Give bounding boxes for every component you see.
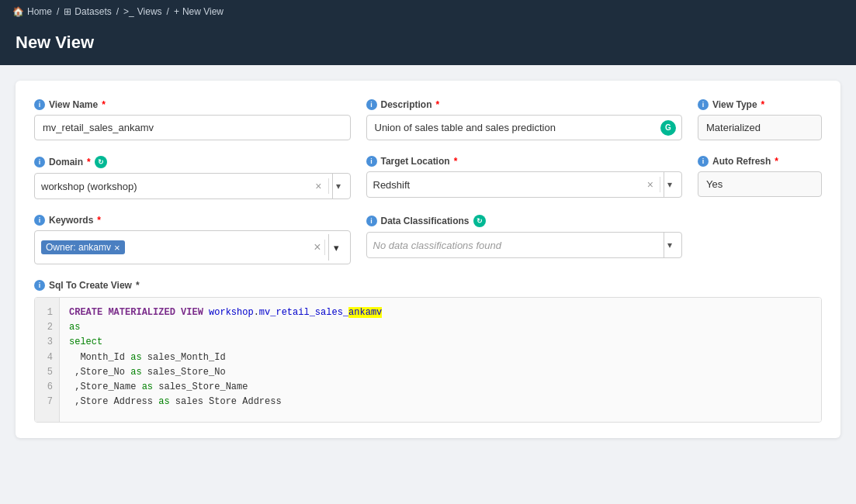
sql-info-icon: i — [34, 280, 45, 291]
page-title: New View — [16, 33, 94, 52]
view-name-label: i View Name * — [34, 99, 351, 110]
breadcrumb: 🏠 Home / ⊞ Datasets / >_ Views / + New V… — [0, 0, 856, 23]
description-wrapper: G — [366, 115, 683, 140]
domain-label: i Domain * ↻ — [34, 156, 351, 168]
description-input[interactable] — [366, 115, 683, 140]
domain-select[interactable]: workshop (workshop) × ▾ — [34, 173, 351, 199]
breadcrumb-views[interactable]: Views — [137, 6, 162, 17]
auto-refresh-label: i Auto Refresh * — [698, 156, 822, 167]
data-class-arrow-icon[interactable]: ▾ — [664, 233, 675, 257]
sql-label: i Sql To Create View * — [34, 280, 822, 291]
form-row-2: i Domain * ↻ workshop (workshop) × ▾ i T… — [34, 156, 822, 199]
keyword-tag-label: Owner: ankamv — [46, 242, 111, 253]
data-classifications-select[interactable]: No data classifications found ▾ — [366, 232, 683, 258]
domain-group: i Domain * ↻ workshop (workshop) × ▾ — [34, 156, 351, 199]
main-content: i View Name * i Description * G — [0, 65, 856, 454]
breadcrumb-home[interactable]: Home — [27, 6, 52, 17]
datasets-icon: ⊞ — [64, 6, 71, 17]
sql-section: i Sql To Create View * 1234567 CREATE MA… — [34, 280, 822, 423]
keywords-label: i Keywords * — [34, 215, 351, 226]
target-location-select[interactable]: Redshift × ▾ — [366, 171, 683, 198]
domain-arrow-icon[interactable]: ▾ — [332, 174, 344, 198]
view-name-input[interactable] — [34, 115, 351, 140]
views-icon: >_ — [123, 6, 134, 17]
keyword-tag-remove[interactable]: × — [114, 243, 120, 253]
domain-clear-button[interactable]: × — [312, 180, 324, 192]
view-type-info-icon: i — [698, 99, 709, 110]
description-group: i Description * G — [366, 99, 683, 140]
data-classifications-placeholder: No data classifications found — [373, 240, 664, 251]
data-classifications-label: i Data Classifications ↻ — [366, 215, 683, 227]
view-name-group: i View Name * — [34, 99, 351, 140]
view-type-group: i View Type * Materialized — [698, 99, 822, 140]
description-label: i Description * — [366, 99, 683, 110]
keyword-tag: Owner: ankamv × — [41, 240, 125, 254]
target-clear-button[interactable]: × — [644, 178, 657, 191]
breadcrumb-current: + — [174, 6, 179, 17]
code-content[interactable]: CREATE MATERIALIZED VIEW workshop.mv_ret… — [60, 298, 391, 422]
keywords-group: i Keywords * Owner: ankamv × × ▾ — [34, 215, 351, 264]
line-numbers: 1234567 — [35, 298, 60, 422]
spacer-group — [698, 215, 822, 264]
data-class-info-icon: i — [366, 216, 377, 226]
data-class-refresh-icon[interactable]: ↻ — [473, 215, 486, 227]
target-location-group: i Target Location * Redshift × ▾ — [366, 156, 683, 199]
form-row-1: i View Name * i Description * G — [34, 99, 822, 140]
page-header: New View — [0, 23, 856, 65]
target-location-value: Redshift — [373, 179, 644, 191]
form-row-3: i Keywords * Owner: ankamv × × ▾ — [34, 215, 822, 264]
keywords-info-icon: i — [34, 215, 45, 226]
auto-refresh-group: i Auto Refresh * Yes — [698, 156, 822, 199]
target-arrow-icon[interactable]: ▾ — [664, 172, 675, 197]
domain-refresh-icon[interactable]: ↻ — [95, 156, 107, 168]
domain-value: workshop (workshop) — [41, 181, 312, 192]
view-name-info-icon: i — [34, 99, 45, 110]
keywords-clear-button[interactable]: × — [314, 240, 321, 254]
grammarly-icon: G — [660, 120, 676, 136]
target-info-icon: i — [366, 156, 377, 167]
auto-refresh-info-icon: i — [698, 156, 709, 167]
auto-refresh-value: Yes — [698, 171, 822, 197]
target-location-label: i Target Location * — [366, 156, 683, 167]
sql-editor[interactable]: 1234567 CREATE MATERIALIZED VIEW worksho… — [34, 297, 822, 423]
domain-info-icon: i — [34, 157, 45, 167]
home-icon: 🏠 — [12, 6, 24, 17]
view-type-value: Materialized — [698, 115, 822, 140]
data-classifications-group: i Data Classifications ↻ No data classif… — [366, 215, 683, 264]
keywords-input[interactable]: Owner: ankamv × × ▾ — [34, 230, 351, 264]
keywords-arrow-icon[interactable]: ▾ — [328, 234, 344, 261]
description-info-icon: i — [366, 99, 377, 110]
form-card: i View Name * i Description * G — [16, 81, 840, 438]
breadcrumb-new-view: New View — [182, 6, 224, 17]
view-type-label: i View Type * — [698, 99, 822, 110]
breadcrumb-datasets[interactable]: Datasets — [75, 6, 111, 17]
